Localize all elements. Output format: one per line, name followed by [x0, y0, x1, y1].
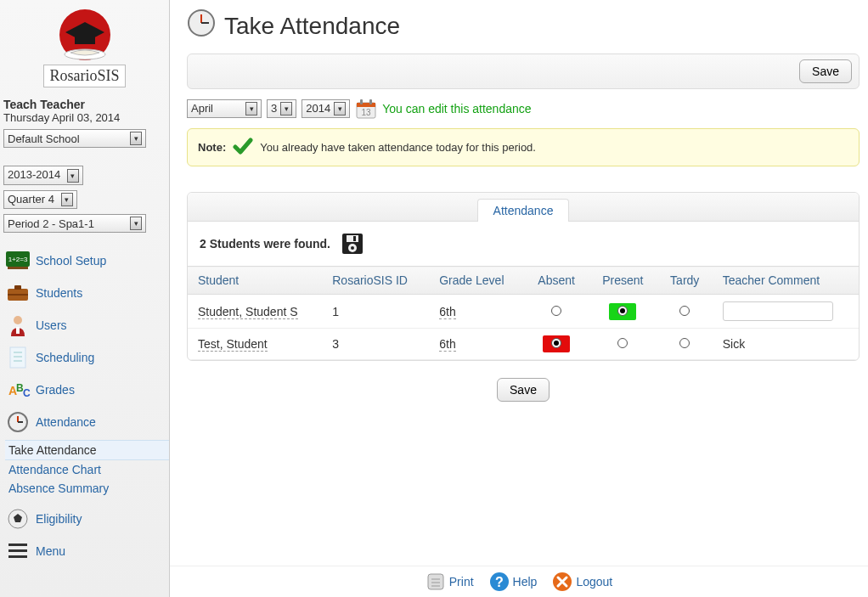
note-box: Note: You already have taken attendance …	[187, 128, 860, 166]
save-icon[interactable]	[341, 232, 364, 256]
logo-text: RosarioSIS	[43, 65, 125, 87]
svg-point-10	[14, 316, 22, 324]
panel-tabs: Attendance	[188, 193, 859, 222]
svg-rect-5	[8, 267, 28, 269]
chalkboard-icon: 1+2=3	[5, 248, 31, 273]
attendance-table: Student RosarioSIS ID Grade Level Absent…	[188, 266, 859, 360]
save-row: Save	[187, 361, 860, 419]
period-select[interactable]: Period 2 - Spa1-1 ▾	[3, 214, 146, 233]
student-id: 1	[322, 295, 429, 329]
logo: RosarioSIS	[3, 3, 166, 93]
logo-icon	[47, 7, 123, 66]
nav-users[interactable]: Users	[3, 309, 166, 341]
chevron-down-icon: ▾	[334, 102, 346, 115]
tardy-radio[interactable]	[679, 306, 690, 316]
year-date-select[interactable]: 2014▾	[302, 99, 350, 118]
tab-attendance[interactable]: Attendance	[477, 199, 570, 222]
student-grade: 6th	[439, 337, 455, 352]
quarter-select[interactable]: Quarter 4 ▾	[3, 190, 77, 210]
svg-rect-33	[369, 99, 372, 104]
save-button-bottom[interactable]: Save	[497, 378, 550, 402]
person-icon	[5, 313, 31, 338]
svg-rect-12	[10, 347, 25, 368]
nav-students[interactable]: Students	[3, 277, 166, 309]
chevron-down-icon: ▾	[245, 102, 257, 115]
footer-print[interactable]: Print	[426, 572, 474, 592]
student-name[interactable]: Test, Student	[198, 337, 268, 352]
svg-text:1+2=3: 1+2=3	[8, 256, 28, 263]
chevron-down-icon: ▾	[130, 132, 142, 145]
col-id[interactable]: RosarioSIS ID	[322, 267, 429, 295]
tardy-radio[interactable]	[679, 338, 690, 348]
calendar-icon[interactable]: 13	[355, 98, 377, 120]
found-row: 2 Students were found.	[188, 222, 859, 266]
found-text: 2 Students were found.	[200, 237, 330, 251]
nav-attendance[interactable]: Attendance	[3, 406, 166, 438]
present-radio[interactable]	[617, 338, 628, 348]
col-student[interactable]: Student	[188, 267, 322, 295]
absent-radio[interactable]	[551, 306, 561, 316]
col-tardy[interactable]: Tardy	[657, 267, 713, 295]
footer-help[interactable]: ? Help	[489, 572, 538, 592]
date-row: April▾ 3▾ 2014▾ 13 You can edit this att…	[187, 98, 860, 120]
svg-rect-32	[360, 99, 363, 104]
nav-attendance-chart[interactable]: Attendance Chart	[5, 460, 166, 479]
nav-attendance-sub: Take Attendance Attendance Chart Absence…	[5, 440, 166, 498]
absent-radio[interactable]	[551, 338, 561, 348]
comment-input[interactable]	[723, 301, 833, 321]
col-present[interactable]: Present	[589, 267, 657, 295]
chevron-down-icon: ▾	[130, 217, 142, 230]
check-icon	[233, 138, 253, 157]
svg-rect-37	[353, 236, 356, 241]
nav-school-setup[interactable]: 1+2=3 School Setup	[3, 245, 166, 277]
svg-rect-11	[16, 327, 20, 334]
chevron-down-icon: ▾	[280, 102, 292, 115]
svg-text:?: ?	[495, 575, 504, 589]
nav-eligibility[interactable]: Eligibility	[3, 503, 166, 535]
svg-rect-25	[8, 549, 27, 552]
footer: Print ? Help Logout	[170, 566, 868, 597]
user-date: Thursday April 03, 2014	[3, 111, 166, 124]
svg-rect-36	[347, 235, 358, 242]
document-icon	[5, 345, 31, 370]
nav-scheduling[interactable]: Scheduling	[3, 341, 166, 374]
year-select[interactable]: 2013-2014 ▾	[3, 166, 83, 185]
student-grade: 6th	[439, 305, 455, 319]
svg-rect-31	[357, 103, 375, 107]
footer-logout[interactable]: Logout	[552, 572, 612, 592]
clock-icon	[5, 409, 31, 435]
student-id: 3	[322, 329, 429, 360]
svg-rect-24	[8, 543, 27, 546]
svg-rect-9	[8, 294, 28, 296]
nav-absence-summary[interactable]: Absence Summary	[5, 479, 166, 498]
abc-icon: ABC	[5, 377, 31, 403]
col-absent[interactable]: Absent	[524, 267, 589, 295]
day-select[interactable]: 3▾	[267, 99, 296, 118]
soccer-icon	[5, 506, 31, 532]
table-row: Test, Student 3 6th Sick	[188, 329, 859, 360]
page-title: Take Attendance	[187, 8, 860, 43]
col-grade[interactable]: Grade Level	[429, 267, 524, 295]
briefcase-icon	[5, 280, 31, 306]
toolbar: Save	[187, 54, 860, 89]
student-name[interactable]: Student, Student S	[198, 305, 298, 319]
print-icon	[426, 572, 446, 592]
present-radio[interactable]	[617, 306, 628, 316]
col-comment[interactable]: Teacher Comment	[713, 267, 859, 295]
nav: 1+2=3 School Setup Students Users	[3, 245, 166, 567]
nav-grades[interactable]: ABC Grades	[3, 374, 166, 406]
svg-rect-40	[428, 574, 443, 589]
edit-attendance-text: You can edit this attendance	[382, 102, 531, 115]
clock-icon	[187, 8, 216, 43]
school-select[interactable]: Default School ▾	[3, 129, 146, 148]
user-name: Teach Teacher	[3, 98, 166, 111]
month-select[interactable]: April▾	[187, 99, 262, 118]
save-button-top[interactable]: Save	[799, 59, 852, 83]
help-icon: ?	[489, 572, 510, 592]
sidebar: RosarioSIS Teach Teacher Thursday April …	[0, 0, 170, 597]
svg-rect-2	[75, 32, 95, 44]
menu-icon	[5, 538, 31, 564]
nav-take-attendance[interactable]: Take Attendance	[5, 440, 169, 460]
note-text: You already have taken attendance today …	[260, 141, 536, 154]
nav-menu[interactable]: Menu	[3, 535, 166, 567]
